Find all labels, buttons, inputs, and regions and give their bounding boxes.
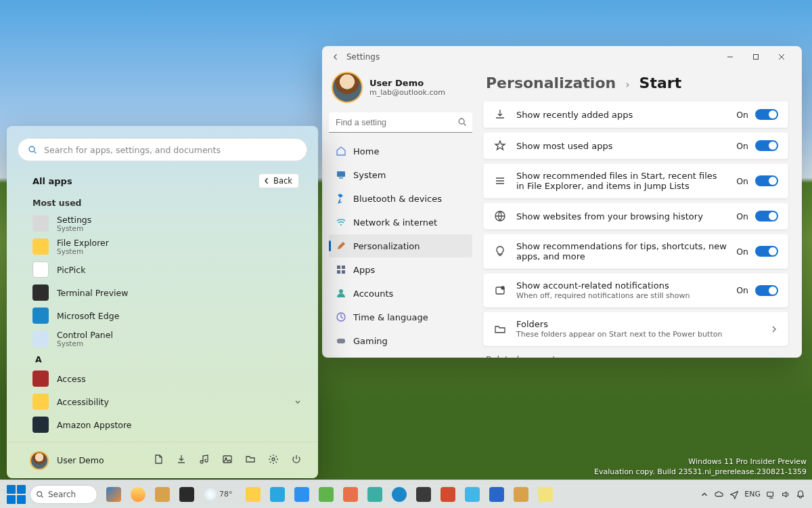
image-icon[interactable] bbox=[222, 454, 233, 467]
toggle-switch[interactable] bbox=[755, 285, 778, 296]
star-icon bbox=[493, 140, 507, 152]
nav-label: Time & language bbox=[353, 312, 428, 322]
taskbar-app[interactable] bbox=[364, 484, 386, 505]
taskbar-app[interactable] bbox=[486, 484, 508, 505]
taskbar-app[interactable] bbox=[461, 484, 483, 505]
widgets-button[interactable] bbox=[127, 484, 149, 505]
settings-search-input[interactable] bbox=[329, 112, 472, 133]
nav-item-accounts[interactable]: Accounts bbox=[329, 282, 472, 305]
app-control-panel[interactable]: Control PanelSystem bbox=[27, 327, 307, 350]
toggle-state: On bbox=[736, 247, 748, 257]
taskbar-app[interactable] bbox=[510, 484, 532, 505]
power-icon[interactable] bbox=[291, 454, 302, 467]
app-name: Microsoft Edge bbox=[57, 311, 119, 321]
taskbar-app[interactable] bbox=[291, 484, 313, 505]
volume-icon[interactable] bbox=[781, 490, 790, 499]
taskbar-app[interactable] bbox=[413, 484, 434, 505]
download-icon[interactable] bbox=[176, 454, 187, 467]
all-apps-label: All apps bbox=[32, 176, 72, 186]
nav-item-accessibility[interactable]: Accessibility bbox=[329, 353, 472, 358]
time-icon bbox=[336, 312, 346, 322]
nav-item-personalization[interactable]: Personalization bbox=[329, 234, 472, 257]
access-icon bbox=[32, 371, 49, 387]
taskbar-app[interactable] bbox=[267, 484, 288, 505]
edge-icon bbox=[32, 308, 49, 324]
start-back-button[interactable]: Back bbox=[258, 173, 299, 188]
start-search[interactable]: Search for apps, settings, and documents bbox=[18, 138, 307, 161]
card-title: Folders bbox=[516, 319, 761, 329]
bluetooth-icon bbox=[336, 193, 346, 204]
taskbar-app[interactable] bbox=[315, 484, 337, 505]
document-icon[interactable] bbox=[153, 454, 164, 467]
folder-icon bbox=[32, 394, 49, 410]
user-block[interactable]: User Demo m_lab@outlook.com bbox=[329, 68, 472, 112]
taskbar-app[interactable] bbox=[535, 484, 556, 505]
app-settings[interactable]: SettingsSystem bbox=[27, 212, 307, 235]
location-icon[interactable] bbox=[729, 490, 739, 499]
task-view-button[interactable] bbox=[103, 484, 125, 505]
nav-label: Bluetooth & devices bbox=[353, 194, 442, 204]
setting-card[interactable]: FoldersThese folders appear on Start nex… bbox=[483, 312, 788, 346]
toggle-switch[interactable] bbox=[755, 109, 778, 120]
back-icon[interactable] bbox=[332, 53, 340, 61]
nav-label: System bbox=[353, 170, 386, 180]
app-picpick[interactable]: PicPick bbox=[27, 258, 307, 281]
nav-item-time-language[interactable]: Time & language bbox=[329, 305, 472, 329]
close-button[interactable] bbox=[772, 48, 798, 66]
settings-icon[interactable] bbox=[268, 454, 279, 467]
nav-item-bluetooth-devices[interactable]: Bluetooth & devices bbox=[329, 187, 472, 210]
app-access[interactable]: Access bbox=[27, 367, 307, 390]
letter-header[interactable]: A bbox=[27, 350, 307, 367]
taskbar-app[interactable] bbox=[388, 484, 410, 505]
app-terminal-preview[interactable]: Terminal Preview bbox=[27, 281, 307, 304]
taskbar-app[interactable] bbox=[437, 484, 459, 505]
app-file-explorer[interactable]: File ExplorerSystem bbox=[27, 235, 307, 258]
picpick-icon bbox=[32, 261, 49, 278]
settings-search[interactable] bbox=[329, 112, 472, 133]
app-accessibility[interactable]: Accessibility bbox=[27, 390, 307, 413]
maximize-button[interactable] bbox=[746, 48, 772, 66]
notification-icon[interactable] bbox=[796, 490, 805, 499]
letter-header[interactable]: C bbox=[27, 436, 307, 442]
nav-item-system[interactable]: System bbox=[329, 163, 472, 186]
svg-rect-6 bbox=[337, 270, 340, 274]
nav-item-apps[interactable]: Apps bbox=[329, 258, 472, 281]
network-icon[interactable] bbox=[766, 490, 775, 499]
settings-nav: User Demo m_lab@outlook.com Home System … bbox=[322, 68, 479, 358]
folder-icon[interactable] bbox=[245, 454, 256, 467]
nav-item-gaming[interactable]: Gaming bbox=[329, 329, 472, 352]
toggle-switch[interactable] bbox=[755, 211, 778, 221]
app-name: Amazon Appstore bbox=[57, 420, 132, 430]
svg-point-19 bbox=[37, 491, 42, 496]
taskbar-search[interactable]: Search bbox=[30, 485, 97, 504]
toggle-switch[interactable] bbox=[755, 140, 778, 151]
start-button[interactable] bbox=[7, 485, 26, 504]
music-icon[interactable] bbox=[199, 454, 210, 467]
minimize-button[interactable] bbox=[721, 48, 746, 66]
breadcrumb-parent[interactable]: Personalization bbox=[486, 75, 616, 91]
taskbar-app[interactable] bbox=[242, 484, 264, 505]
app-sub: System bbox=[57, 247, 109, 255]
tray-language[interactable]: ENG bbox=[744, 490, 761, 499]
svg-rect-4 bbox=[337, 266, 340, 269]
nav-item-home[interactable]: Home bbox=[329, 140, 472, 163]
weather-widget[interactable]: 78° bbox=[204, 488, 233, 501]
app-microsoft-edge[interactable]: Microsoft Edge bbox=[27, 304, 307, 327]
nav-item-network-internet[interactable]: Network & internet bbox=[329, 211, 472, 234]
taskbar-app[interactable] bbox=[340, 484, 361, 505]
toggle-switch[interactable] bbox=[755, 246, 778, 257]
nav-label: Accounts bbox=[353, 289, 393, 299]
most-used-label: Most used bbox=[27, 192, 307, 212]
chat-button[interactable] bbox=[152, 484, 173, 505]
start-user-avatar[interactable] bbox=[30, 451, 49, 470]
onedrive-icon[interactable] bbox=[715, 490, 724, 499]
taskbar: Search 78° ENG bbox=[0, 480, 812, 508]
toggle-state: On bbox=[736, 285, 748, 295]
svg-rect-2 bbox=[337, 171, 345, 177]
chevron-up-icon[interactable] bbox=[700, 490, 709, 499]
start-user-name[interactable]: User Demo bbox=[57, 455, 104, 465]
toggle-switch[interactable] bbox=[755, 175, 778, 186]
copilot-button[interactable] bbox=[176, 484, 198, 505]
app-amazon-appstore[interactable]: Amazon Appstore bbox=[27, 413, 307, 436]
system-icon bbox=[336, 169, 346, 180]
